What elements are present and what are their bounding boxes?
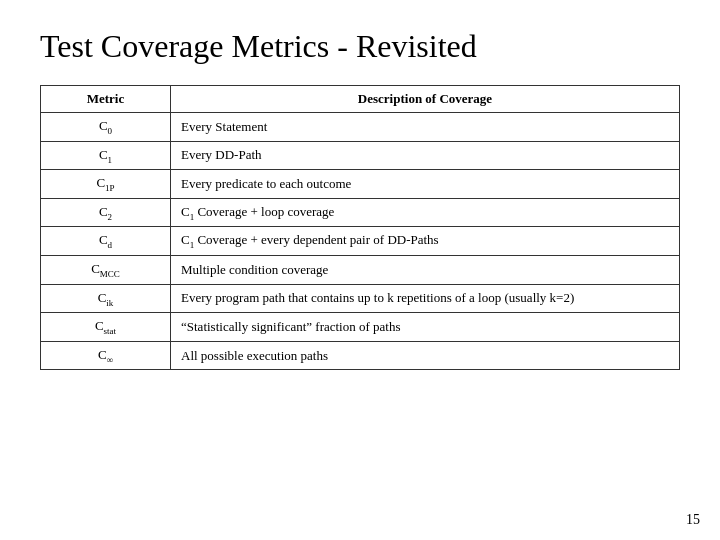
metric-cell: Cd bbox=[41, 227, 171, 256]
coverage-table: Metric Description of Coverage C0Every S… bbox=[40, 85, 680, 370]
table-row: CMCCMultiple condition coverage bbox=[41, 255, 680, 284]
table-row: C2C1 Coverage + loop coverage bbox=[41, 198, 680, 227]
description-cell: Every program path that contains up to k… bbox=[171, 284, 680, 313]
metric-cell: Cstat bbox=[41, 313, 171, 342]
description-cell: “Statistically significant” fraction of … bbox=[171, 313, 680, 342]
description-cell: Every predicate to each outcome bbox=[171, 170, 680, 199]
description-cell: C1 Coverage + loop coverage bbox=[171, 198, 680, 227]
table-header-row: Metric Description of Coverage bbox=[41, 86, 680, 113]
col-header-description: Description of Coverage bbox=[171, 86, 680, 113]
table-row: C1PEvery predicate to each outcome bbox=[41, 170, 680, 199]
metric-cell: C0 bbox=[41, 113, 171, 142]
metric-cell: C∞ bbox=[41, 341, 171, 370]
page: Test Coverage Metrics - Revisited Metric… bbox=[0, 0, 720, 540]
table-row: C0Every Statement bbox=[41, 113, 680, 142]
col-header-metric: Metric bbox=[41, 86, 171, 113]
metric-cell: Cik bbox=[41, 284, 171, 313]
metric-cell: C1P bbox=[41, 170, 171, 199]
table-row: C∞All possible execution paths bbox=[41, 341, 680, 370]
table-row: C1Every DD-Path bbox=[41, 141, 680, 170]
page-title: Test Coverage Metrics - Revisited bbox=[40, 28, 680, 65]
table-row: CdC1 Coverage + every dependent pair of … bbox=[41, 227, 680, 256]
metric-cell: CMCC bbox=[41, 255, 171, 284]
description-cell: Every Statement bbox=[171, 113, 680, 142]
description-cell: Multiple condition coverage bbox=[171, 255, 680, 284]
page-number: 15 bbox=[686, 512, 700, 528]
table-row: Cstat“Statistically significant” fractio… bbox=[41, 313, 680, 342]
table-row: CikEvery program path that contains up t… bbox=[41, 284, 680, 313]
description-cell: Every DD-Path bbox=[171, 141, 680, 170]
metric-cell: C1 bbox=[41, 141, 171, 170]
description-cell: C1 Coverage + every dependent pair of DD… bbox=[171, 227, 680, 256]
description-cell: All possible execution paths bbox=[171, 341, 680, 370]
metric-cell: C2 bbox=[41, 198, 171, 227]
